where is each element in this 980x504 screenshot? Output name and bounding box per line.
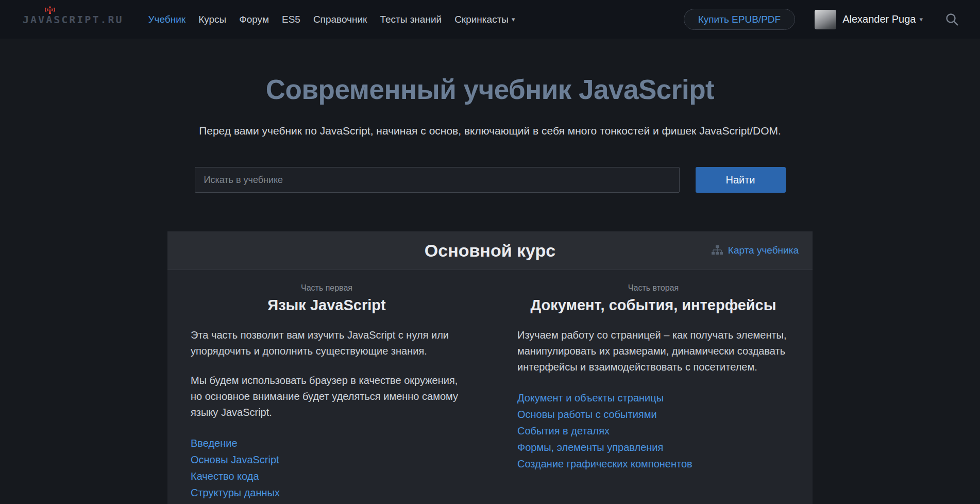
nav-item-label: Скринкасты: [454, 14, 509, 25]
part-title: Язык JavaScript: [191, 297, 463, 314]
course-part-1: Часть первая Язык JavaScript Эта часть п…: [191, 283, 463, 504]
tutorial-map-label: Карта учебника: [728, 245, 799, 256]
chapter-links: Документ и объекты страницы Основы работ…: [517, 390, 789, 472]
main-content: Современный учебник JavaScript Перед вам…: [167, 74, 813, 504]
header-right: Купить EPUB/PDF Alexander Puga: [684, 9, 959, 30]
chevron-down-icon: [512, 16, 515, 23]
logo-text: JAV: [23, 13, 46, 26]
header: JAV ASCRIPT.RU Учебник Курсы Форум ES5 С…: [0, 0, 980, 39]
nav-item-tutorial[interactable]: Учебник: [148, 14, 186, 25]
nav-item-forum[interactable]: Форум: [239, 14, 269, 25]
logo-text: A: [46, 13, 54, 26]
part-kicker: Часть вторая: [517, 283, 789, 293]
nav-item-courses[interactable]: Курсы: [198, 14, 226, 25]
nav-item-quizzes[interactable]: Тесты знаний: [380, 14, 442, 25]
chapter-link[interactable]: Качество кода: [191, 468, 463, 484]
textbook-search-input[interactable]: [195, 167, 680, 193]
textbook-search: Найти: [167, 167, 813, 193]
user-name: Alexander Puga: [842, 13, 916, 25]
part-description: Изучаем работу со страницей – как получа…: [517, 327, 789, 375]
main-nav: Учебник Курсы Форум ES5 Справочник Тесты…: [148, 14, 515, 25]
nav-item-reference[interactable]: Справочник: [313, 14, 367, 25]
logo-text: SCRIPT.RU: [54, 13, 123, 26]
course-parts: Часть первая Язык JavaScript Эта часть п…: [167, 270, 813, 504]
course-part-2: Часть вторая Документ, события, интерфей…: [517, 283, 789, 504]
chapter-link[interactable]: События в деталях: [517, 423, 789, 439]
logo-letter-a: A: [46, 13, 54, 26]
chevron-down-icon: [919, 16, 923, 23]
find-button[interactable]: Найти: [696, 167, 786, 193]
antenna-icon: [43, 6, 57, 14]
tutorial-map-link[interactable]: Карта учебника: [712, 231, 799, 270]
user-menu[interactable]: Alexander Puga: [815, 10, 923, 29]
chapter-link[interactable]: Основы JavaScript: [191, 451, 463, 468]
search-icon: [944, 12, 959, 27]
sitemap-icon: [712, 245, 723, 256]
main-course-panel: Основной курс Карта учебника Часть перва…: [167, 231, 813, 504]
course-panel-header: Основной курс Карта учебника: [167, 231, 813, 270]
part-title: Документ, события, интерфейсы: [517, 297, 789, 314]
page-subtitle: Перед вами учебник по JavaScript, начина…: [167, 125, 813, 137]
chapter-link[interactable]: Создание графических компонентов: [517, 456, 789, 472]
logo[interactable]: JAV ASCRIPT.RU: [23, 13, 124, 26]
part-description: Эта часть позволит вам изучить JavaScrip…: [191, 327, 463, 359]
chapter-links: Введение Основы JavaScript Качество кода…: [191, 435, 463, 504]
part-kicker: Часть первая: [191, 283, 463, 293]
part-description: Мы будем использовать браузер в качестве…: [191, 373, 463, 421]
chapter-link[interactable]: Введение: [191, 435, 463, 451]
chapter-link[interactable]: Документ и объекты страницы: [517, 390, 789, 406]
page-title: Современный учебник JavaScript: [167, 74, 813, 105]
chapter-link[interactable]: Основы работы с событиями: [517, 406, 789, 423]
header-search-button[interactable]: [944, 12, 959, 27]
chapter-link[interactable]: Замыкания, область видимости: [191, 501, 463, 504]
chapter-link[interactable]: Структуры данных: [191, 484, 463, 501]
buy-epub-pdf-button[interactable]: Купить EPUB/PDF: [684, 9, 795, 30]
nav-item-es5[interactable]: ES5: [282, 14, 300, 25]
chapter-link[interactable]: Формы, элементы управления: [517, 439, 789, 456]
course-title: Основной курс: [425, 241, 555, 261]
avatar[interactable]: [815, 10, 836, 29]
nav-item-screencasts[interactable]: Скринкасты: [454, 14, 515, 25]
